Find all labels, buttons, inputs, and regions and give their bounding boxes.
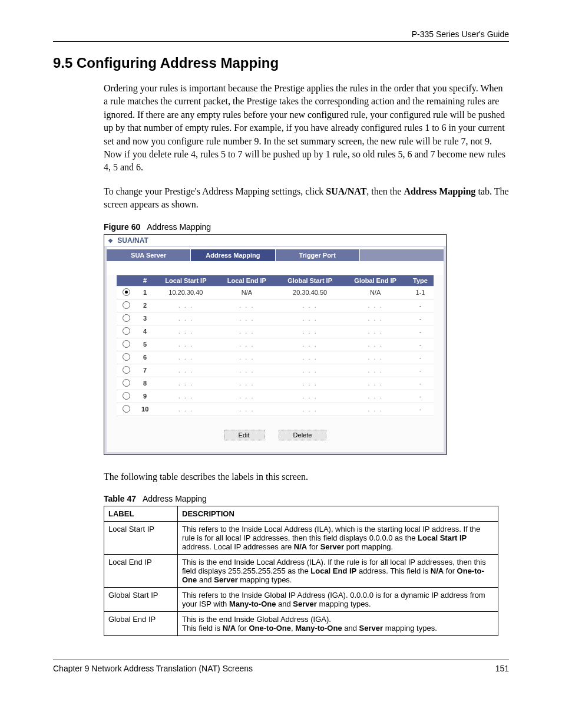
edit-button[interactable]: Edit [224, 430, 265, 440]
row-index: 8 [135, 377, 154, 390]
global-end-ip: . . . [343, 364, 407, 377]
row-type: - [407, 325, 434, 338]
row-radio-icon[interactable] [123, 366, 130, 374]
local-end-ip: . . . [217, 403, 277, 416]
row-radio-icon[interactable] [123, 392, 130, 400]
table-row: 10. . .. . .. . .. . .- [117, 403, 434, 416]
row-index: 9 [135, 390, 154, 403]
row-radio-icon[interactable] [123, 314, 130, 322]
local-end-ip: . . . [217, 390, 277, 403]
row-type: - [407, 338, 434, 351]
row-radio-icon[interactable] [123, 353, 130, 361]
row-radio-cell[interactable] [117, 390, 135, 403]
description-table: LABEL DESCRIPTION Local Start IPThis ref… [104, 506, 498, 636]
row-radio-icon[interactable] [123, 288, 130, 296]
local-end-ip: N/A [217, 286, 277, 299]
row-type: - [407, 403, 434, 416]
section-heading: 9.5 Configuring Address Mapping [53, 55, 509, 71]
desc-label: Local End IP [104, 554, 178, 587]
map-header-col: # [135, 275, 154, 286]
global-end-ip: . . . [343, 403, 407, 416]
row-index: 1 [135, 286, 154, 299]
table-row: 8. . .. . .. . .. . .- [117, 377, 434, 390]
map-header-col: Global End IP [343, 275, 407, 286]
global-end-ip: . . . [343, 312, 407, 325]
local-start-ip: . . . [154, 351, 217, 364]
breadcrumb: ❖ SUA/NAT [104, 235, 446, 247]
row-radio-icon[interactable] [123, 340, 130, 348]
desc-label: Global End IP [104, 611, 178, 635]
footer-chapter: Chapter 9 Network Address Translation (N… [53, 664, 253, 673]
global-end-ip: . . . [343, 325, 407, 338]
row-radio-cell[interactable] [117, 351, 135, 364]
global-start-ip: . . . [276, 403, 343, 416]
table-row: 9. . .. . .. . .. . .- [117, 390, 434, 403]
row-radio-cell[interactable] [117, 325, 135, 338]
local-end-ip: . . . [217, 312, 277, 325]
row-radio-icon[interactable] [123, 327, 130, 335]
global-end-ip: N/A [343, 286, 407, 299]
desc-text: This is the end Inside Local Address (IL… [178, 554, 498, 587]
global-start-ip: . . . [276, 338, 343, 351]
paragraph-2: To change your Prestige's Address Mappin… [104, 185, 509, 212]
paragraph-1: Ordering your rules is important because… [104, 82, 509, 174]
global-end-ip: . . . [343, 338, 407, 351]
tab-spacer [360, 249, 444, 261]
tab-address-mapping[interactable]: Address Mapping [191, 249, 275, 261]
local-start-ip: 10.20.30.40 [154, 286, 217, 299]
row-radio-cell[interactable] [117, 403, 135, 416]
row-radio-icon[interactable] [123, 379, 130, 387]
table-row: 4. . .. . .. . .. . .- [117, 325, 434, 338]
global-start-ip: . . . [276, 364, 343, 377]
desc-label: Global Start IP [104, 587, 178, 611]
global-start-ip: . . . [276, 377, 343, 390]
global-start-ip: . . . [276, 312, 343, 325]
row-radio-cell[interactable] [117, 299, 135, 312]
row-type: - [407, 351, 434, 364]
table-caption: Table 47 Address Mapping [104, 494, 509, 503]
map-header-col [117, 275, 135, 286]
local-end-ip: . . . [217, 364, 277, 377]
tab-trigger-port[interactable]: Trigger Port [276, 249, 360, 261]
row-index: 5 [135, 338, 154, 351]
row-index: 10 [135, 403, 154, 416]
local-start-ip: . . . [154, 364, 217, 377]
local-end-ip: . . . [217, 338, 277, 351]
global-end-ip: . . . [343, 299, 407, 312]
table-row: 110.20.30.40N/A20.30.40.50N/A1-1 [117, 286, 434, 299]
row-radio-cell[interactable] [117, 286, 135, 299]
local-end-ip: . . . [217, 351, 277, 364]
global-start-ip: 20.30.40.50 [276, 286, 343, 299]
row-radio-cell[interactable] [117, 312, 135, 325]
row-radio-cell[interactable] [117, 377, 135, 390]
row-radio-icon[interactable] [123, 301, 130, 309]
delete-button[interactable]: Delete [279, 430, 327, 440]
table-row: 6. . .. . .. . .. . .- [117, 351, 434, 364]
map-header-col: Global Start IP [276, 275, 343, 286]
global-end-ip: . . . [343, 377, 407, 390]
row-index: 6 [135, 351, 154, 364]
global-start-ip: . . . [276, 351, 343, 364]
row-type: - [407, 312, 434, 325]
global-end-ip: . . . [343, 390, 407, 403]
desc-row: Global Start IPThis refers to the Inside… [104, 587, 498, 611]
row-type: - [407, 377, 434, 390]
row-index: 7 [135, 364, 154, 377]
row-radio-cell[interactable] [117, 338, 135, 351]
local-start-ip: . . . [154, 377, 217, 390]
desc-row: Local Start IPThis refers to the Inside … [104, 521, 498, 554]
local-start-ip: . . . [154, 390, 217, 403]
table-row: 3. . .. . .. . .. . .- [117, 312, 434, 325]
address-mapping-table: #Local Start IPLocal End IPGlobal Start … [117, 275, 434, 416]
breadcrumb-arrow-icon: ❖ [108, 238, 113, 244]
row-index: 4 [135, 325, 154, 338]
local-start-ip: . . . [154, 338, 217, 351]
row-radio-icon[interactable] [123, 405, 130, 413]
global-start-ip: . . . [276, 390, 343, 403]
local-end-ip: . . . [217, 325, 277, 338]
row-type: - [407, 390, 434, 403]
row-radio-cell[interactable] [117, 364, 135, 377]
tab-sua-server[interactable]: SUA Server [107, 249, 191, 261]
table-row: 5. . .. . .. . .. . .- [117, 338, 434, 351]
local-start-ip: . . . [154, 299, 217, 312]
